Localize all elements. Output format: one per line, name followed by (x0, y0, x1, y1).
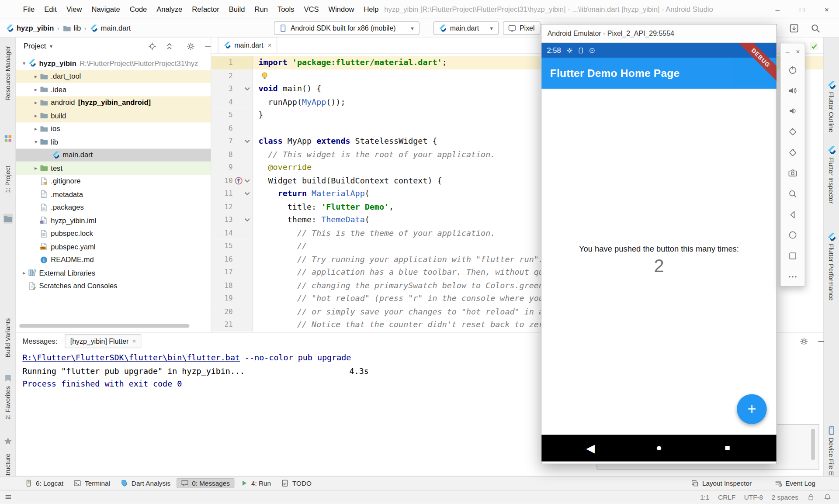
fold-marker-icon[interactable] (243, 217, 251, 223)
toolwindow-layout-inspector[interactable]: Layout Inspector (686, 478, 756, 488)
fold-marker-icon[interactable] (243, 138, 251, 145)
stripe-resource-manager[interactable]: Resource Manager (0, 46, 16, 100)
tree-item-packages[interactable]: .packages (16, 201, 211, 214)
status-2-spaces[interactable]: 2 spaces (772, 494, 798, 501)
breadcrumb-main-dart[interactable]: main.dart (101, 24, 131, 32)
fold-marker-icon[interactable] (243, 86, 251, 92)
stripe-favorites[interactable]: 2: Favorites (0, 386, 16, 420)
code-text[interactable]: // This is the theme of your application… (253, 227, 495, 240)
device-file-explorer-icon[interactable] (827, 426, 836, 435)
emulator-screen[interactable]: 2:58 Flutter Demo Home Page DEBUG You ha… (541, 43, 777, 462)
tree-item-ios[interactable]: ▸ios (16, 122, 211, 135)
close-tab-icon[interactable]: × (267, 41, 271, 49)
stripe-project[interactable]: 1: Project (0, 166, 16, 193)
menu-file[interactable]: File (18, 0, 40, 19)
menu-analyze[interactable]: Analyze (152, 0, 187, 19)
fold-marker-icon[interactable] (243, 190, 251, 197)
expander-icon[interactable]: ▸ (32, 86, 39, 92)
toolwindow-event-log[interactable]: Event Log (770, 478, 820, 488)
toolwindow-0-messages[interactable]: 0: Messages (177, 478, 234, 488)
code-text[interactable]: runApp(MyApp()); (253, 96, 345, 109)
tree-item-build[interactable]: ▸build (16, 109, 211, 122)
flutter-outline-icon[interactable] (827, 80, 836, 90)
emulator-home-button[interactable] (781, 225, 805, 245)
emulator-minimize-button[interactable]: – (786, 47, 790, 55)
menu-run[interactable]: Run (250, 0, 273, 19)
device-selector[interactable]: Android SDK built for x86 (mobile) ▼ (274, 21, 420, 35)
tree-item-external-libraries[interactable]: ▸External Libraries (16, 266, 211, 280)
toolwindow-dart-analysis[interactable]: Dart Analysis (116, 478, 175, 488)
intention-bulb-icon[interactable] (260, 72, 268, 79)
menu-navigate[interactable]: Navigate (87, 0, 125, 19)
code-text[interactable]: // "hot reload" (press "r" in the consol… (253, 292, 544, 305)
expander-icon[interactable]: ▸ (32, 73, 39, 79)
toolwindow-4-run[interactable]: 4: Run (236, 478, 275, 488)
status-utf-8[interactable]: UTF-8 (744, 494, 763, 501)
code-text[interactable]: // application has a blue toolbar. Then,… (253, 266, 544, 279)
expander-icon[interactable]: ▸ (32, 100, 39, 105)
stripe-flutter-outline[interactable]: Flutter Outline (824, 92, 839, 132)
build-variants-icon[interactable] (3, 373, 13, 383)
toolwindow-6-logcat[interactable]: 6: Logcat (21, 478, 68, 488)
menu-tools[interactable]: Tools (273, 0, 299, 19)
breadcrumb-hyzp-yibin[interactable]: hyzp_yibin (17, 24, 54, 32)
tree-item-android[interactable]: ▸android[hyzp_yibin_android] (16, 96, 211, 109)
emulator-rotate-right-button[interactable] (781, 142, 805, 162)
emulator-close-button[interactable]: × (796, 47, 800, 55)
tree-item-test[interactable]: ▸test (16, 162, 211, 175)
tree-item-scratches-and-consoles[interactable]: Scratches and Consoles (16, 280, 211, 293)
project-panel-title[interactable]: Project (24, 42, 46, 50)
flutter-inspector-icon[interactable] (827, 145, 836, 155)
menu-vcs[interactable]: VCS (299, 0, 324, 19)
emulator-overview-button[interactable] (781, 245, 805, 266)
tree-item-dart-tool[interactable]: ▸.dart_tool (16, 70, 211, 83)
menu-help[interactable]: Help (359, 0, 383, 19)
search-icon[interactable] (810, 23, 821, 34)
stripe-flutter-performance[interactable]: Flutter Performance (824, 244, 839, 300)
fab-add-button[interactable]: + (737, 394, 767, 424)
tree-item-pubspec-yaml[interactable]: YMLpubspec.yaml (16, 240, 211, 253)
lock-icon[interactable] (807, 493, 815, 501)
tree-item-gitignore[interactable]: .gitignore (16, 175, 211, 188)
emulator-zoom-button[interactable] (781, 183, 805, 204)
hide-panel-icon[interactable] (203, 42, 211, 51)
favorites-star-icon[interactable] (3, 436, 13, 446)
code-text[interactable] (253, 72, 269, 79)
status-1-1[interactable]: 1:1 (700, 494, 709, 501)
toolwindow-toggle-icon[interactable] (4, 493, 12, 501)
expander-icon[interactable]: ▸ (21, 270, 28, 276)
status-crlf[interactable]: CRLF (718, 494, 735, 501)
close-tab-icon[interactable]: × (132, 338, 136, 345)
expander-icon[interactable]: ▸ (32, 113, 39, 118)
emulator-more-button[interactable] (781, 266, 805, 287)
nav-back-button[interactable]: ◀ (584, 442, 597, 454)
emulator-power-button[interactable] (781, 59, 805, 80)
breadcrumb-lib[interactable]: lib (74, 24, 81, 32)
emulator-back-button[interactable] (781, 204, 805, 225)
code-text[interactable]: import 'package:flutter/material.dart'; (253, 56, 447, 69)
minimize-window-button[interactable]: – (765, 0, 790, 19)
fold-marker-icon[interactable] (243, 177, 251, 184)
code-text[interactable]: title: 'Flutter Demo', (253, 200, 394, 214)
emulator-camera-button[interactable] (781, 163, 805, 183)
code-text[interactable]: // (253, 240, 307, 253)
code-text[interactable]: Widget build(BuildContext context) { (253, 174, 442, 187)
stripe-flutter-inspector[interactable]: Flutter Inspector (824, 157, 839, 204)
code-text[interactable]: return MaterialApp( (253, 187, 370, 200)
messages-flutter-tab[interactable]: [hyzp_yibin] Flutter × (65, 334, 142, 348)
locate-file-icon[interactable] (148, 42, 157, 51)
code-text[interactable]: void main() { (253, 83, 321, 96)
menu-window[interactable]: Window (324, 0, 359, 19)
tree-item-idea[interactable]: ▸.idea (16, 83, 211, 96)
code-text[interactable]: // This widget is the root of your appli… (253, 148, 495, 161)
maximize-window-button[interactable]: □ (790, 0, 814, 19)
nav-home-button[interactable]: ● (652, 442, 665, 454)
vertical-scrollbar[interactable] (811, 429, 815, 460)
run-config-selector[interactable]: main.dart ▼ (433, 21, 499, 35)
tree-item-lib[interactable]: ▾lib (16, 135, 211, 148)
expander-icon[interactable]: ▸ (32, 126, 39, 131)
tree-item-main-dart[interactable]: main.dart (16, 148, 211, 162)
nav-overview-button[interactable]: ■ (721, 443, 734, 453)
expander-icon[interactable]: ▸ (32, 165, 39, 171)
tree-item-readme-md[interactable]: iREADME.md (16, 253, 211, 266)
